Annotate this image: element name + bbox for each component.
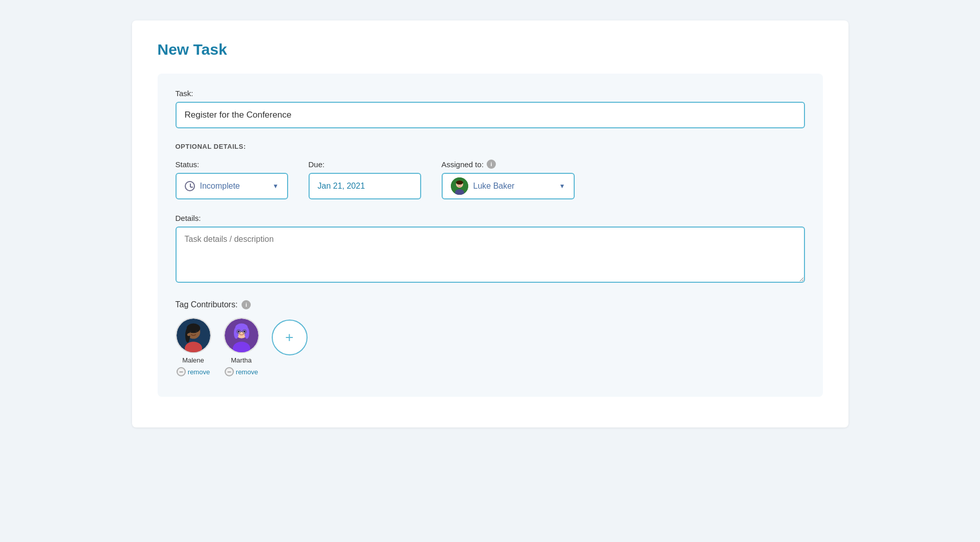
- svg-point-20: [237, 331, 239, 333]
- status-field-group: Status: Incomplete ▼: [176, 160, 288, 199]
- contributor-martha: Martha − remove: [224, 318, 259, 376]
- add-contributor-button[interactable]: +: [272, 320, 308, 355]
- task-field-group: Task:: [176, 89, 805, 128]
- tag-contributors-section: Tag Contributors: i: [176, 300, 805, 376]
- martha-name: Martha: [231, 356, 251, 364]
- svg-point-12: [195, 331, 197, 333]
- status-value: Incomplete: [200, 182, 268, 191]
- assigned-field-group: Assigned to: i: [442, 160, 575, 199]
- assigned-dropdown[interactable]: Luke Baker ▼: [442, 173, 575, 199]
- martha-minus-icon: −: [225, 367, 234, 376]
- martha-remove-button[interactable]: − remove: [225, 367, 258, 376]
- add-icon: +: [285, 329, 293, 346]
- status-dropdown-arrow: ▼: [273, 183, 279, 190]
- fields-row: Status: Incomplete ▼ Due: Jan 21, 2021 A…: [176, 160, 805, 199]
- martha-remove-label: remove: [236, 368, 258, 376]
- clock-icon: [185, 181, 195, 191]
- optional-details-label: OPTIONAL DETAILS:: [176, 143, 805, 150]
- details-label: Details:: [176, 214, 805, 222]
- svg-point-4: [458, 184, 459, 185]
- malene-name: Malene: [182, 356, 204, 364]
- task-label: Task:: [176, 89, 805, 98]
- assigned-label: Assigned to:: [442, 160, 484, 169]
- status-label: Status:: [176, 160, 288, 169]
- status-dropdown[interactable]: Incomplete ▼: [176, 173, 288, 199]
- tag-label-row: Tag Contributors: i: [176, 300, 805, 309]
- svg-point-11: [189, 331, 191, 333]
- assigned-info-icon[interactable]: i: [487, 160, 496, 169]
- details-textarea[interactable]: [176, 227, 805, 283]
- svg-point-5: [461, 184, 462, 185]
- svg-point-21: [243, 331, 245, 333]
- svg-point-18: [244, 327, 249, 339]
- details-field-group: Details:: [176, 214, 805, 285]
- svg-point-2: [456, 180, 463, 185]
- tag-contributors-label: Tag Contributors:: [176, 300, 238, 309]
- form-section: Task: OPTIONAL DETAILS: Status: Incomple…: [158, 74, 823, 397]
- svg-point-17: [233, 327, 238, 339]
- due-label: Due:: [309, 160, 421, 169]
- page-container: New Task Task: OPTIONAL DETAILS: Status:…: [132, 20, 848, 427]
- task-input[interactable]: [176, 102, 805, 128]
- malene-remove-button[interactable]: − remove: [177, 367, 210, 376]
- malene-remove-label: remove: [188, 368, 210, 376]
- add-contributor-wrapper: +: [272, 319, 308, 355]
- tag-contributors-info-icon[interactable]: i: [242, 300, 251, 309]
- martha-avatar: [224, 318, 259, 353]
- contributor-malene: Malene − remove: [176, 318, 211, 376]
- due-date-value: Jan 21, 2021: [318, 182, 365, 191]
- page-title: New Task: [158, 41, 823, 58]
- malene-minus-icon: −: [177, 367, 186, 376]
- contributors-row: Malene − remove: [176, 318, 805, 376]
- due-field-group: Due: Jan 21, 2021: [309, 160, 421, 199]
- assigned-value: Luke Baker: [473, 182, 515, 191]
- assigned-label-row: Assigned to: i: [442, 160, 575, 169]
- assigned-avatar: [451, 177, 468, 195]
- due-date-input[interactable]: Jan 21, 2021: [309, 173, 421, 199]
- malene-avatar: [176, 318, 211, 353]
- assigned-dropdown-arrow: ▼: [559, 183, 565, 190]
